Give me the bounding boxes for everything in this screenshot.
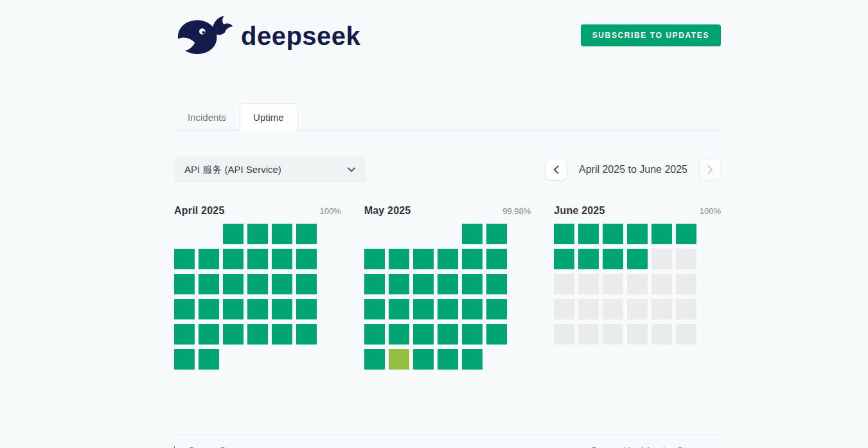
day-cell-up[interactable] <box>389 274 409 294</box>
day-cell-future[interactable] <box>627 299 648 319</box>
day-cell-future[interactable] <box>676 299 696 319</box>
day-cell-up[interactable] <box>413 249 434 269</box>
day-cell-future[interactable] <box>676 324 696 345</box>
day-cell-up[interactable] <box>272 224 292 244</box>
day-cell-future[interactable] <box>603 274 623 294</box>
day-cell-up[interactable] <box>651 224 672 244</box>
day-cell-up[interactable] <box>364 299 385 319</box>
tab-uptime[interactable]: Uptime <box>240 103 297 131</box>
day-cell-up[interactable] <box>223 274 244 294</box>
day-cell-up[interactable] <box>462 224 483 244</box>
day-cell-up[interactable] <box>578 224 599 244</box>
day-cell-up[interactable] <box>389 299 409 319</box>
day-cell-up[interactable] <box>272 324 292 345</box>
day-cell-up[interactable] <box>627 224 648 244</box>
day-cell-up[interactable] <box>486 274 507 294</box>
day-cell-up[interactable] <box>223 224 244 244</box>
day-cell-up[interactable] <box>247 224 268 244</box>
day-cell-up[interactable] <box>462 274 483 294</box>
day-cell-up[interactable] <box>174 299 195 319</box>
day-cell-up[interactable] <box>272 249 292 269</box>
day-cell-future[interactable] <box>651 299 672 319</box>
day-cell-up[interactable] <box>676 224 696 244</box>
day-cell-future[interactable] <box>578 299 599 319</box>
day-cell-future[interactable] <box>651 249 672 269</box>
day-cell-up[interactable] <box>389 324 409 345</box>
day-cell-up[interactable] <box>486 249 507 269</box>
day-cell-up[interactable] <box>603 249 623 269</box>
day-cell-up[interactable] <box>272 299 292 319</box>
day-cell-up[interactable] <box>174 324 195 345</box>
day-cell-up[interactable] <box>364 349 385 370</box>
current-status-link[interactable]: ← Current Status <box>174 445 244 448</box>
day-cell-up[interactable] <box>174 349 195 370</box>
day-cell-future[interactable] <box>627 324 648 345</box>
brand-logo[interactable]: deepseek <box>174 14 360 57</box>
day-cell-up[interactable] <box>364 249 385 269</box>
day-cell-up[interactable] <box>413 299 434 319</box>
day-cell-up[interactable] <box>438 324 458 345</box>
day-cell-up[interactable] <box>578 249 599 269</box>
day-cell-future[interactable] <box>676 274 696 294</box>
day-cell-up[interactable] <box>296 274 317 294</box>
day-cell-future[interactable] <box>676 249 696 269</box>
day-cell-up[interactable] <box>223 299 244 319</box>
day-cell-future[interactable] <box>554 274 574 294</box>
day-cell-up[interactable] <box>627 249 648 269</box>
day-cell-up[interactable] <box>486 299 507 319</box>
day-cell-future[interactable] <box>554 299 574 319</box>
day-cell-up[interactable] <box>199 299 219 319</box>
day-cell-up[interactable] <box>296 224 317 244</box>
day-cell-up[interactable] <box>296 299 317 319</box>
day-cell-up[interactable] <box>413 349 434 370</box>
day-cell-up[interactable] <box>438 349 458 370</box>
day-cell-future[interactable] <box>578 324 599 345</box>
day-cell-up[interactable] <box>438 299 458 319</box>
day-cell-up[interactable] <box>438 249 458 269</box>
day-cell-up[interactable] <box>462 349 483 370</box>
day-cell-up[interactable] <box>247 299 268 319</box>
day-cell-up[interactable] <box>364 274 385 294</box>
subscribe-button[interactable]: SUBSCRIBE TO UPDATES <box>581 24 721 46</box>
day-cell-up[interactable] <box>199 249 219 269</box>
day-cell-up[interactable] <box>296 249 317 269</box>
day-cell-future[interactable] <box>627 274 648 294</box>
day-cell-up[interactable] <box>247 324 268 345</box>
next-range-button[interactable] <box>699 159 721 181</box>
day-cell-up[interactable] <box>364 324 385 345</box>
day-cell-up[interactable] <box>174 274 195 294</box>
day-cell-up[interactable] <box>199 324 219 345</box>
day-cell-future[interactable] <box>651 324 672 345</box>
day-cell-future[interactable] <box>578 274 599 294</box>
day-cell-up[interactable] <box>199 274 219 294</box>
day-cell-up[interactable] <box>438 274 458 294</box>
day-cell-future[interactable] <box>651 274 672 294</box>
prev-range-button[interactable] <box>545 159 567 181</box>
day-cell-up[interactable] <box>462 324 483 345</box>
day-cell-up[interactable] <box>486 224 507 244</box>
day-cell-up[interactable] <box>413 324 434 345</box>
day-cell-up[interactable] <box>223 324 244 345</box>
day-cell-future[interactable] <box>603 324 623 345</box>
day-cell-up[interactable] <box>296 324 317 345</box>
day-cell-up[interactable] <box>603 224 623 244</box>
day-cell-up[interactable] <box>413 274 434 294</box>
day-cell-up[interactable] <box>486 324 507 345</box>
day-cell-partial[interactable] <box>389 349 409 370</box>
day-cell-up[interactable] <box>199 349 219 370</box>
day-cell-up[interactable] <box>389 249 409 269</box>
powered-by-link[interactable]: Powered by Atlassian Statuspage <box>592 445 721 448</box>
day-cell-up[interactable] <box>223 249 244 269</box>
day-cell-up[interactable] <box>272 274 292 294</box>
day-cell-up[interactable] <box>554 249 574 269</box>
day-cell-future[interactable] <box>603 299 623 319</box>
day-cell-up[interactable] <box>247 249 268 269</box>
day-cell-up[interactable] <box>247 274 268 294</box>
day-cell-up[interactable] <box>554 224 574 244</box>
day-cell-up[interactable] <box>174 249 195 269</box>
tab-incidents[interactable]: Incidents <box>174 103 240 130</box>
day-cell-up[interactable] <box>462 249 483 269</box>
service-select[interactable]: API 服务 (API Service) <box>174 157 366 183</box>
day-cell-future[interactable] <box>554 324 574 345</box>
day-cell-up[interactable] <box>462 299 483 319</box>
